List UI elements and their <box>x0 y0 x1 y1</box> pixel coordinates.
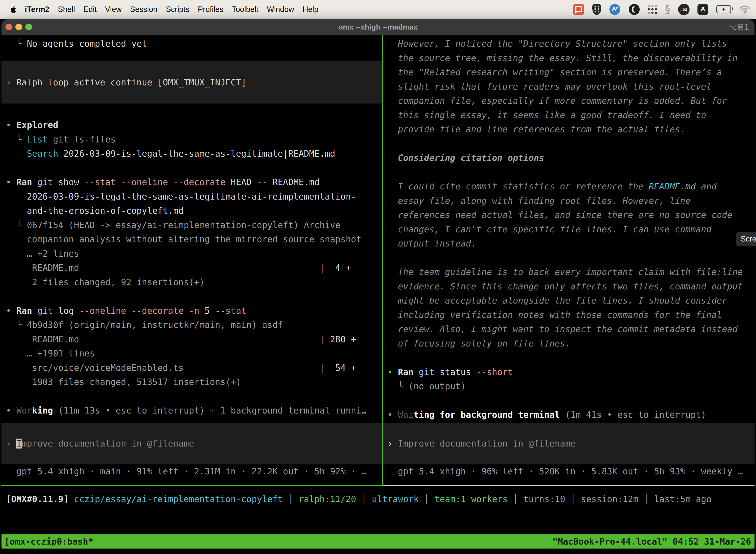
terminal-line: review. Also, I might want to inspect th… <box>387 322 755 337</box>
terminal-line <box>6 289 382 304</box>
input-placeholder: Improve documentation in @filename <box>398 439 575 448</box>
right-pane[interactable]: However, I noticed the "Directory Struct… <box>383 35 755 485</box>
terminal-line: • Waiting for background terminal (1m 41… <box>387 408 755 422</box>
terminal-line: └ 4b9d30f (origin/main, instructkr/main,… <box>6 318 382 332</box>
window-shortcut-hint: ⌥⌘1 <box>729 19 749 35</box>
terminal-line: gpt-5.4 xhigh · main · 91% left · 2.31M … <box>6 464 382 479</box>
terminal-line: • Explored <box>6 118 382 132</box>
terminal-line: README.md | 280 + <box>6 332 382 347</box>
terminal-line: the "Related research writing" section i… <box>387 65 755 80</box>
section-squiggle-icon[interactable]: § <box>665 3 670 15</box>
shield-grid-icon[interactable] <box>592 4 601 15</box>
terminal-line: this single essay, it seems like a good … <box>387 108 755 123</box>
gauge-61-icon[interactable]: ..61 <box>678 4 690 15</box>
terminal-line: src/voice/voiceModeEnabled.ts | 54 + <box>6 361 382 375</box>
iterm2-window: omx --xhigh --madmax ⌥⌘1 └ No agents com… <box>1 19 755 553</box>
injected-command-box: › Ralph loop active continue [OMX_TMUX_I… <box>1 61 382 104</box>
apple-menu-icon[interactable] <box>9 5 17 14</box>
terminal-line: … +1901 lines <box>6 346 382 361</box>
hex-bolt-icon[interactable] <box>609 4 621 15</box>
terminal-line: gpt-5.4 xhigh · 96% left · 520K in · 5.8… <box>387 464 755 479</box>
tmux-session-label: [omx-cczip0:bash* <box>1 537 93 547</box>
keyboard-layout-icon[interactable]: A <box>697 4 708 15</box>
terminal-line: The team guideline is to back every impo… <box>387 265 755 279</box>
terminal-line: provide file and line references from th… <box>387 122 755 137</box>
window-title: omx --xhigh --madmax <box>1 19 755 35</box>
right-model-status-line: gpt-5.4 xhigh · 96% left · 520K in · 5.8… <box>387 464 755 479</box>
input-placeholder: mprove documentation in @filename <box>21 439 194 448</box>
terminal-line: might be acceptable alongside the file l… <box>387 294 755 308</box>
terminal-line: and-the-erosion-of-copyleft.md <box>6 204 382 218</box>
terminal-line: 2026-03-09-is-legal-the-same-as-legitima… <box>6 189 382 204</box>
terminal-line: 2 files changed, 92 insertions(+) <box>6 275 382 290</box>
left-model-status-line: gpt-5.4 xhigh · main · 91% left · 2.31M … <box>6 464 382 479</box>
terminal-line: • Working (11m 13s • esc to interrupt) ·… <box>6 403 382 418</box>
terminal-line: • Ran git show --stat --oneline --decora… <box>6 175 382 189</box>
menu-item-toolbelt[interactable]: Toolbelt <box>232 5 258 14</box>
terminal-line: [OMX#0.11.9] cczip/essay/ai-reimplementa… <box>6 492 755 507</box>
right-prompt-input[interactable]: › Improve documentation in @filename <box>383 423 755 464</box>
menu-item-profiles[interactable]: Profiles <box>198 5 223 14</box>
injected-command-text: Ralph loop active continue [OMX_TMUX_INJ… <box>16 77 246 88</box>
omx-status-line: [OMX#0.11.9] cczip/essay/ai-reimplementa… <box>6 492 755 507</box>
pane-bottom-borders <box>1 485 755 486</box>
terminal-line: slight risk that future readers may over… <box>387 80 755 94</box>
battery-icon[interactable] <box>716 5 731 13</box>
dots-grid-icon[interactable] <box>648 5 657 14</box>
window-titlebar[interactable]: omx --xhigh --madmax ⌥⌘1 <box>1 19 755 35</box>
menu-item-session[interactable]: Session <box>130 5 157 14</box>
terminal-line: references need actual files, and since … <box>387 208 755 222</box>
terminal-line: including verification notes with those … <box>387 308 755 322</box>
menu-item-view[interactable]: View <box>105 5 122 14</box>
right-pane-output: However, I noticed the "Directory Struct… <box>387 37 755 422</box>
right-pane-border-inactive <box>383 485 755 486</box>
wifi-icon[interactable] <box>739 5 751 14</box>
terminal-line: companion file, especially if more comme… <box>387 94 755 108</box>
tmux-host-clock: "MacBook-Pro-44.local" 04:52 31-Mar-26 <box>552 537 755 547</box>
terminal-line <box>387 351 755 365</box>
menu-item-scripts[interactable]: Scripts <box>166 5 189 14</box>
prompt-chevron: › <box>6 439 16 448</box>
terminal-line: Considering citation options <box>387 151 755 165</box>
menu-item-edit[interactable]: Edit <box>83 5 97 14</box>
chat-app-icon[interactable] <box>573 4 584 15</box>
terminal-line <box>387 394 755 408</box>
terminal-area: └ No agents completed yet › Ralph loop a… <box>1 35 755 485</box>
menu-item-iterm2[interactable]: iTerm2 <box>25 5 49 14</box>
left-pane-border-active <box>1 485 383 486</box>
terminal-line <box>6 389 382 404</box>
terminal-line: I could cite commit statistics or refere… <box>387 179 755 194</box>
menu-bar: iTerm2ShellEditViewSessionScriptsProfile… <box>0 0 756 19</box>
terminal-line: └ (no output) <box>387 379 755 394</box>
terminal-line <box>387 165 755 180</box>
terminal-line: └ 067f154 (HEAD -> essay/ai-reimplementa… <box>6 218 382 233</box>
terminal-line <box>387 251 755 265</box>
text-cursor: I <box>16 439 21 448</box>
left-pane-output: • Explored └ List git ls-files Search 20… <box>6 118 382 418</box>
left-prompt-input[interactable]: › Improve documentation in @filename <box>1 423 382 464</box>
menu-bar-status-icons: § ..61 A <box>573 3 756 15</box>
terminal-line: However, I noticed the "Directory Struct… <box>387 37 755 51</box>
prompt-chevron: › <box>387 439 398 448</box>
menu-item-help[interactable]: Help <box>303 5 318 14</box>
terminal-line: evidence. Since this change only affects… <box>387 279 755 294</box>
left-pane[interactable]: └ No agents completed yet › Ralph loop a… <box>1 35 382 485</box>
screen-share-overlay: Scre <box>736 232 756 246</box>
moon-icon[interactable] <box>629 4 640 15</box>
screen: iTerm2ShellEditViewSessionScriptsProfile… <box>0 0 756 554</box>
terminal-line: of focusing solely on file lines. <box>387 337 755 351</box>
terminal-line: • Ran git status --short <box>387 365 755 380</box>
terminal-line: └ No agents completed yet <box>6 37 382 51</box>
terminal-line <box>6 161 382 175</box>
tmux-status-bar: [omx-cczip0:bash* "MacBook-Pro-44.local"… <box>1 535 755 549</box>
menu-item-window[interactable]: Window <box>267 5 294 14</box>
menu-items: iTerm2ShellEditViewSessionScriptsProfile… <box>25 5 318 14</box>
terminal-line: output instead. <box>387 236 755 251</box>
terminal-line: … +2 lines <box>6 247 382 261</box>
terminal-line: changes, I can't cite specific file line… <box>387 222 755 237</box>
terminal-line: README.md | 4 + <box>6 261 382 275</box>
left-pane-top-output: └ No agents completed yet <box>6 37 382 51</box>
injected-prompt-chevron: › <box>6 77 16 88</box>
menu-item-shell[interactable]: Shell <box>58 5 75 14</box>
terminal-line: 1903 files changed, 513517 insertions(+) <box>6 375 382 389</box>
